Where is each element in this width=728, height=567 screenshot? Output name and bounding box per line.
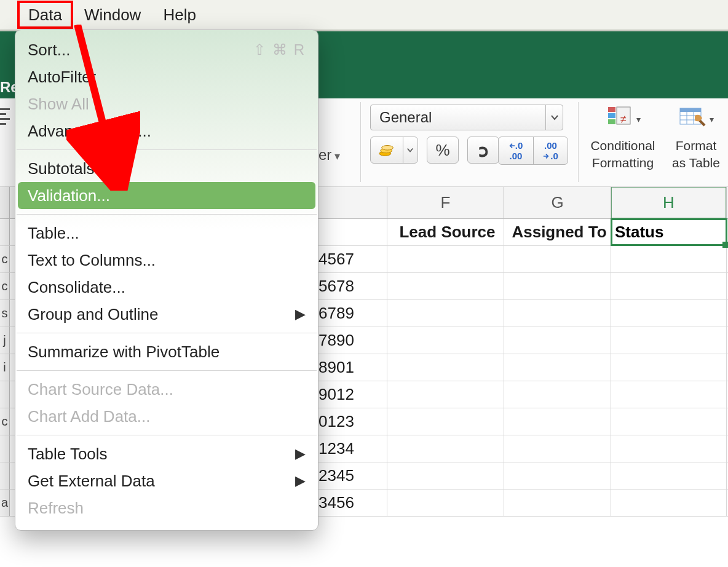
cell[interactable]	[611, 273, 727, 299]
cell[interactable]	[504, 462, 611, 489]
currency-dropdown-arrow[interactable]	[403, 137, 416, 163]
header-lead-source[interactable]: Lead Source	[387, 219, 504, 245]
cell[interactable]	[504, 381, 611, 408]
currency-button[interactable]	[370, 137, 418, 164]
cell[interactable]	[387, 246, 504, 272]
increase-decimal-button[interactable]: .00 .0	[533, 137, 568, 164]
toolbar-separator	[360, 102, 361, 182]
number-group: % ͻ	[370, 137, 499, 164]
cell[interactable]	[504, 354, 611, 381]
decrease-decimal-button[interactable]: .0 .00	[499, 137, 533, 164]
svg-point-6	[382, 146, 394, 151]
cell[interactable]	[504, 300, 611, 327]
menu-item-table[interactable]: Table...	[15, 220, 318, 247]
menu-window[interactable]: Window	[73, 3, 152, 27]
row-gutter[interactable]: a	[0, 490, 10, 516]
menu-item-text-to-columns[interactable]: Text to Columns...	[15, 247, 318, 274]
percent-button[interactable]: %	[427, 137, 459, 164]
menu-item-show-all: Show All	[15, 90, 318, 117]
row-gutter[interactable]	[0, 462, 10, 489]
svg-rect-8	[608, 107, 615, 112]
conditional-formatting-icon: ≠	[606, 105, 633, 134]
menu-item-get-external[interactable]: Get External Data ▶	[15, 467, 318, 494]
row-gutter[interactable]: c	[0, 273, 10, 299]
header-status[interactable]: Status	[611, 219, 727, 245]
cell[interactable]	[504, 327, 611, 354]
chevron-right-icon: ▶	[295, 446, 306, 462]
menu-item-autofilter[interactable]: AutoFilter	[15, 63, 318, 90]
menu-item-consolidate[interactable]: Consolidate...	[15, 274, 318, 301]
row-gutter[interactable]: s	[0, 300, 10, 327]
row-gutter[interactable]: c	[0, 246, 10, 272]
cell[interactable]	[504, 408, 611, 435]
cell[interactable]	[611, 435, 727, 462]
cell[interactable]	[387, 462, 504, 489]
partial-button-label[interactable]: er	[318, 146, 340, 164]
menu-bar: Data Window Help	[0, 0, 728, 30]
menu-item-refresh: Refresh	[15, 494, 318, 521]
cell[interactable]	[387, 490, 504, 516]
chevron-right-icon: ▶	[295, 306, 306, 322]
cell[interactable]	[611, 490, 727, 516]
cell[interactable]	[387, 327, 504, 354]
conditional-formatting-button[interactable]: ≠ ▾ Conditional Formatting	[587, 102, 659, 171]
menu-separator	[17, 370, 317, 371]
cell[interactable]	[611, 381, 727, 408]
menu-item-table-tools[interactable]: Table Tools ▶	[15, 440, 318, 467]
number-format-value: General	[379, 109, 432, 126]
menu-item-advanced-filter[interactable]: Advanced Filter...	[15, 117, 318, 145]
column-header-h[interactable]: H	[611, 187, 727, 218]
menu-help[interactable]: Help	[152, 3, 207, 27]
menu-item-chart-source: Chart Source Data...	[15, 376, 318, 403]
menu-item-sort[interactable]: Sort... ⇧ ⌘ R	[15, 36, 318, 63]
row-gutter[interactable]: c	[0, 408, 10, 435]
cell[interactable]	[387, 381, 504, 408]
svg-text:≠: ≠	[620, 113, 627, 125]
format-as-table-icon	[679, 105, 706, 134]
column-header-g[interactable]: G	[504, 187, 611, 218]
number-format-dropdown[interactable]: General	[370, 105, 563, 130]
header-assigned-to[interactable]: Assigned To	[504, 219, 611, 245]
cell[interactable]	[387, 354, 504, 381]
coins-icon	[372, 137, 403, 163]
cell[interactable]	[504, 435, 611, 462]
number-format-arrow[interactable]	[545, 105, 563, 130]
menu-item-subtotals[interactable]: Subtotals...	[15, 155, 318, 182]
row-gutter[interactable]: i	[0, 354, 10, 381]
menu-item-chart-add: Chart Add Data...	[15, 403, 318, 430]
cell[interactable]	[611, 246, 727, 272]
menu-separator	[17, 149, 317, 150]
menu-data[interactable]: Data	[17, 1, 73, 29]
cell[interactable]	[611, 327, 727, 354]
row-gutter[interactable]	[0, 381, 10, 408]
menu-item-group-outline[interactable]: Group and Outline ▶	[15, 301, 318, 328]
comma-button[interactable]: ͻ	[467, 137, 499, 164]
cell[interactable]	[504, 490, 611, 516]
cell[interactable]	[611, 300, 727, 327]
menu-separator	[17, 333, 317, 333]
menu-separator	[17, 214, 317, 215]
cell[interactable]	[387, 435, 504, 462]
format-as-table-label-2: as Table	[672, 155, 720, 171]
svg-rect-10	[608, 119, 615, 124]
align-icon	[0, 107, 10, 129]
format-as-table-button[interactable]: ▾ Format as Table	[665, 102, 727, 171]
cell[interactable]	[611, 354, 727, 381]
menu-item-validation[interactable]: Validation...	[18, 182, 315, 209]
cell[interactable]	[504, 246, 611, 272]
row-gutter[interactable]	[0, 219, 10, 245]
conditional-formatting-label-1: Conditional	[590, 138, 655, 154]
cell[interactable]	[611, 408, 727, 435]
row-gutter[interactable]: j	[0, 327, 10, 354]
row-gutter[interactable]	[0, 435, 10, 462]
cell[interactable]	[387, 300, 504, 327]
menu-item-summarize-pivot[interactable]: Summarize with PivotTable	[15, 338, 318, 365]
cell[interactable]	[387, 408, 504, 435]
corner-gutter[interactable]	[0, 187, 10, 218]
cell[interactable]	[611, 462, 727, 489]
svg-rect-2	[0, 118, 10, 120]
column-header-f[interactable]: F	[387, 187, 504, 218]
cell[interactable]	[387, 273, 504, 299]
cell[interactable]	[504, 273, 611, 299]
sort-shortcut: ⇧ ⌘ R	[253, 41, 306, 58]
